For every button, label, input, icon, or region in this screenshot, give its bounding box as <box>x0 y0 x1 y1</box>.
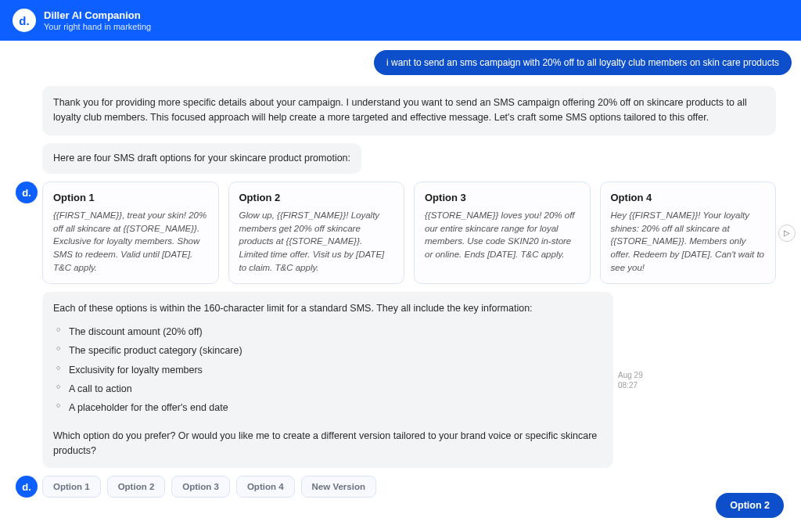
option-title: Option 2 <box>239 192 394 203</box>
brand-logo-icon: d. <box>13 9 36 32</box>
option-body: Hey {{FIRST_NAME}}! Your loyalty shines:… <box>611 209 766 274</box>
summary-bullet-list: The discount amount (20% off) The specif… <box>56 325 602 416</box>
chip-option-3[interactable]: Option 3 <box>171 476 230 498</box>
header-subtitle: Your right hand in marketing <box>44 22 151 31</box>
option-title: Option 3 <box>425 192 580 203</box>
list-item: A placeholder for the offer's end date <box>56 401 602 415</box>
scroll-next-button[interactable]: ▷ <box>778 225 796 242</box>
ai-avatar-icon: d. <box>16 476 38 498</box>
choice-chip-row: d. Option 1 Option 2 Option 3 Option 4 N… <box>9 476 792 498</box>
option-card-1[interactable]: Option 1 {{FIRST_NAME}}, treat your skin… <box>42 182 219 284</box>
header-title: Diller AI Companion <box>44 9 151 22</box>
sms-options-row: d. Option 1 {{FIRST_NAME}}, treat your s… <box>9 182 792 284</box>
user-message-bubble: i want to send an sms campaign with 20% … <box>374 50 792 75</box>
chip-option-4[interactable]: Option 4 <box>236 476 295 498</box>
option-body: {{FIRST_NAME}}, treat your skin! 20% off… <box>53 209 208 274</box>
ai-avatar-icon: d. <box>16 182 38 203</box>
option-body: {{STORE_NAME}} loves you! 20% off our en… <box>425 209 580 261</box>
option-card-4[interactable]: Option 4 Hey {{FIRST_NAME}}! Your loyalt… <box>600 182 777 284</box>
chevron-right-icon: ▷ <box>784 228 790 237</box>
user-selected-reply: Option 2 <box>716 493 784 518</box>
ai-intro-bubble: Thank you for providing more specific de… <box>42 86 776 135</box>
list-item: Exclusivity for loyalty members <box>56 363 602 378</box>
message-timestamp: Aug 29 08:27 <box>618 370 646 390</box>
app-header: d. Diller AI Companion Your right hand i… <box>0 0 801 41</box>
chip-new-version[interactable]: New Version <box>301 476 376 498</box>
list-item: A call to action <box>56 382 602 397</box>
option-card-3[interactable]: Option 3 {{STORE_NAME}} loves you! 20% o… <box>414 182 591 284</box>
list-item: The discount amount (20% off) <box>56 325 602 340</box>
ai-leadin-bubble: Here are four SMS draft options for your… <box>42 143 361 174</box>
list-item: The specific product category (skincare) <box>56 343 602 358</box>
chip-option-1[interactable]: Option 1 <box>42 476 101 498</box>
option-card-2[interactable]: Option 2 Glow up, {{FIRST_NAME}}! Loyalt… <box>228 182 405 284</box>
chip-option-2[interactable]: Option 2 <box>107 476 166 498</box>
chat-area: i want to send an sms campaign with 20% … <box>0 41 801 498</box>
summary-intro: Each of these options is within the 160-… <box>53 301 602 316</box>
option-title: Option 1 <box>53 192 208 203</box>
option-title: Option 4 <box>611 192 766 203</box>
ai-summary-bubble: Each of these options is within the 160-… <box>42 292 613 468</box>
option-body: Glow up, {{FIRST_NAME}}! Loyalty members… <box>239 209 394 274</box>
closing-question: Which option do you prefer? Or would you… <box>53 429 602 459</box>
